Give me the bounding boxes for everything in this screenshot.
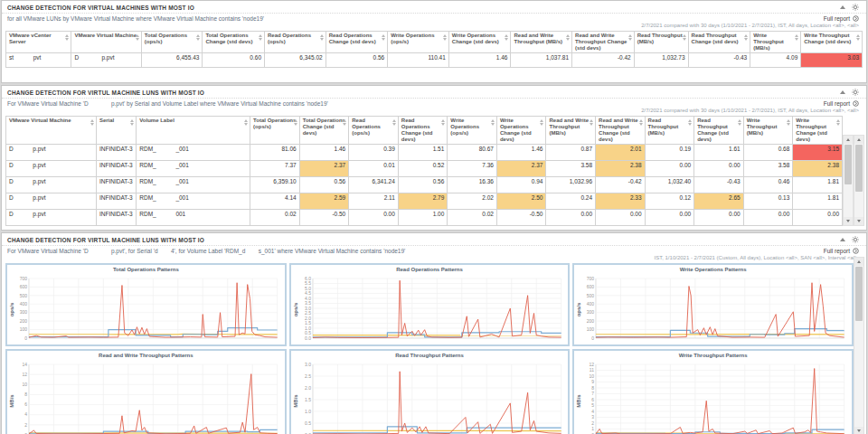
- table-cell: -0.42: [596, 176, 646, 193]
- scroll-up-icon[interactable]: [854, 136, 863, 144]
- table-cell: 1.81: [793, 193, 843, 209]
- column-header[interactable]: Write Throughput (MB/s): [750, 32, 801, 53]
- sort-icon[interactable]: [795, 34, 798, 41]
- sort-icon[interactable]: [856, 34, 860, 41]
- table-cell: 0.00: [596, 209, 646, 225]
- sort-icon[interactable]: [259, 34, 262, 41]
- svg-text:400: 400: [20, 301, 28, 307]
- sort-icon[interactable]: [320, 34, 324, 41]
- column-header[interactable]: VMware Virtual Machine: [71, 32, 141, 53]
- svg-text:500: 500: [20, 293, 28, 298]
- table-row: D p.pvtINFINIDAT-3RDM_ 0010.02-0.500.001…: [6, 209, 843, 225]
- table-cell: RDM_ _001: [137, 176, 250, 193]
- table-cell: INFINIDAT-3: [96, 176, 136, 193]
- sort-icon[interactable]: [130, 119, 134, 126]
- sort-icon[interactable]: [244, 119, 248, 126]
- scroll-down-icon[interactable]: [854, 217, 863, 225]
- column-header[interactable]: Write Throughput Change (std devs): [801, 32, 863, 53]
- table-cell: 1,037.81: [511, 52, 572, 67]
- scrollbar-thumb[interactable]: [855, 145, 863, 192]
- column-header[interactable]: Write Operations Change (std devs): [448, 32, 511, 53]
- column-header[interactable]: Read and Write Throughput Change (std de…: [596, 117, 646, 145]
- sort-icon[interactable]: [491, 119, 495, 126]
- full-report-link[interactable]: Full report: [824, 15, 859, 22]
- sort-icon[interactable]: [196, 34, 200, 41]
- scroll-down-icon[interactable]: [844, 217, 853, 225]
- column-header[interactable]: Write Throughput (MB/s): [743, 117, 793, 145]
- table-cell: 0.87: [546, 144, 596, 160]
- column-header[interactable]: Total Operations (ops/s): [250, 117, 300, 145]
- panel-scrollbar[interactable]: [854, 135, 864, 226]
- table-scrollbar[interactable]: [843, 135, 854, 226]
- panel-title: CHANGE DETECTION FOR VIRTUL MACHINE LUNS…: [7, 237, 204, 243]
- sort-icon[interactable]: [65, 34, 69, 41]
- column-header[interactable]: Read Throughput (MB/s): [645, 117, 694, 145]
- sort-icon[interactable]: [683, 34, 686, 41]
- column-header[interactable]: Total Operations (ops/s): [141, 32, 203, 53]
- sort-icon[interactable]: [392, 119, 396, 126]
- sort-icon[interactable]: [540, 119, 543, 126]
- chart-title: Read Operations Patterns: [291, 265, 569, 275]
- column-header[interactable]: VMware vCenter Server: [6, 32, 71, 53]
- column-header[interactable]: Write Throughput Change (std devs): [793, 117, 843, 145]
- table-cell: 0.00: [793, 209, 843, 225]
- sort-icon[interactable]: [294, 119, 297, 126]
- column-header[interactable]: Read Throughput (MB/s): [634, 32, 688, 53]
- scroll-up-icon[interactable]: [854, 258, 863, 266]
- scrollbar-thumb[interactable]: [855, 267, 863, 321]
- column-header[interactable]: Write Operations (ops/s): [388, 32, 449, 53]
- collapse-icon[interactable]: [840, 5, 845, 9]
- column-header[interactable]: Read Operations Change (std devs): [398, 117, 448, 145]
- column-header[interactable]: Read and Write Throughput (MB/s): [511, 32, 572, 53]
- column-header[interactable]: Total Operations Change (std devs): [203, 32, 265, 53]
- sort-icon[interactable]: [136, 34, 139, 41]
- column-header[interactable]: VMware Virtual Machine: [6, 117, 97, 145]
- sort-icon[interactable]: [738, 119, 741, 126]
- column-header[interactable]: Read Throughput Change (std devs): [694, 117, 744, 145]
- sort-icon[interactable]: [787, 119, 790, 126]
- column-header[interactable]: Read Operations Change (std devs): [326, 32, 388, 53]
- sort-icon[interactable]: [744, 34, 748, 41]
- page-scrollbar[interactable]: [854, 257, 864, 434]
- sort-icon[interactable]: [443, 34, 447, 41]
- column-header[interactable]: Volume Label: [137, 117, 250, 145]
- svg-text:1.5: 1.5: [305, 397, 311, 402]
- full-report-link[interactable]: Full report: [824, 248, 859, 254]
- table-cell: 1.46: [299, 144, 349, 160]
- column-header[interactable]: Read and Write Throughput Change (std de…: [572, 32, 635, 53]
- column-header[interactable]: Write Operations (ops/s): [448, 117, 497, 145]
- sort-icon[interactable]: [628, 34, 632, 41]
- column-header[interactable]: Read Operations (ops/s): [349, 117, 399, 145]
- table-cell: 0.01: [349, 160, 399, 176]
- report-period: 2/7/2021 compared with 30 days (1/10/202…: [2, 22, 866, 29]
- full-report-icon: [853, 100, 859, 107]
- sort-icon[interactable]: [688, 119, 692, 126]
- sort-icon[interactable]: [566, 34, 570, 41]
- sort-icon[interactable]: [505, 34, 508, 41]
- scroll-down-icon[interactable]: [854, 427, 863, 434]
- column-header[interactable]: Serial: [96, 117, 136, 145]
- sort-icon[interactable]: [836, 119, 840, 126]
- gear-icon[interactable]: [852, 236, 859, 243]
- svg-text:1.0: 1.0: [305, 409, 311, 414]
- gear-icon[interactable]: [852, 89, 859, 96]
- sort-icon[interactable]: [343, 119, 346, 126]
- table-cell: -0.43: [694, 176, 744, 193]
- column-header[interactable]: Write Operations Change (std devs): [496, 117, 546, 145]
- gear-icon[interactable]: [852, 4, 859, 11]
- full-report-link[interactable]: Full report: [824, 100, 859, 107]
- scrollbar-thumb[interactable]: [844, 145, 852, 184]
- sort-icon[interactable]: [441, 119, 445, 126]
- sort-icon[interactable]: [90, 119, 94, 126]
- collapse-icon[interactable]: [840, 238, 845, 241]
- sort-icon[interactable]: [382, 34, 385, 41]
- column-header[interactable]: Read Throughput Change (std devs): [688, 32, 750, 53]
- sort-icon[interactable]: [639, 119, 643, 126]
- sort-icon[interactable]: [590, 119, 593, 126]
- scroll-up-icon[interactable]: [844, 136, 853, 144]
- collapse-icon[interactable]: [840, 90, 845, 94]
- column-header[interactable]: Read Operations (ops/s): [265, 32, 326, 53]
- column-header[interactable]: Read and Write Throughput (MB/s): [546, 117, 596, 145]
- svg-text:ops/s: ops/s: [293, 302, 298, 316]
- column-header[interactable]: Total Operations Change (std devs): [299, 117, 349, 145]
